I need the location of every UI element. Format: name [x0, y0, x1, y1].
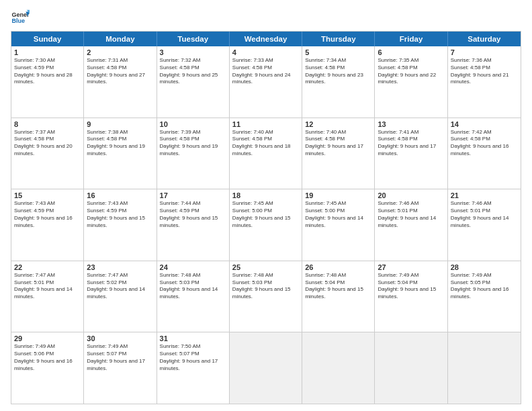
weekday-header: Tuesday [157, 32, 230, 46]
calendar-cell [448, 332, 521, 404]
cell-info: Sunrise: 7:48 AM Sunset: 5:03 PM Dayligh… [232, 272, 299, 301]
cell-info: Sunrise: 7:43 AM Sunset: 4:59 PM Dayligh… [87, 200, 153, 229]
cell-info: Sunrise: 7:33 AM Sunset: 4:58 PM Dayligh… [232, 57, 299, 86]
calendar-cell: 20Sunrise: 7:46 AM Sunset: 5:01 PM Dayli… [375, 189, 447, 261]
calendar-row: 29Sunrise: 7:49 AM Sunset: 5:06 PM Dayli… [11, 332, 521, 404]
calendar-cell: 14Sunrise: 7:42 AM Sunset: 4:58 PM Dayli… [448, 118, 521, 189]
day-number: 14 [451, 120, 518, 128]
calendar-cell: 13Sunrise: 7:41 AM Sunset: 4:58 PM Dayli… [375, 118, 447, 189]
calendar-cell: 5Sunrise: 7:34 AM Sunset: 4:58 PM Daylig… [302, 46, 375, 118]
day-number: 21 [451, 191, 518, 199]
day-number: 24 [160, 263, 226, 271]
calendar-cell: 6Sunrise: 7:35 AM Sunset: 4:58 PM Daylig… [375, 46, 447, 118]
calendar-cell: 31Sunrise: 7:50 AM Sunset: 5:07 PM Dayli… [157, 332, 230, 404]
calendar-cell: 10Sunrise: 7:39 AM Sunset: 4:58 PM Dayli… [157, 118, 230, 189]
calendar-cell: 29Sunrise: 7:49 AM Sunset: 5:06 PM Dayli… [11, 332, 84, 404]
day-number: 1 [14, 48, 81, 56]
cell-info: Sunrise: 7:49 AM Sunset: 5:07 PM Dayligh… [87, 343, 153, 372]
calendar-cell: 4Sunrise: 7:33 AM Sunset: 4:58 PM Daylig… [230, 46, 302, 118]
day-number: 18 [232, 191, 299, 199]
cell-info: Sunrise: 7:49 AM Sunset: 5:05 PM Dayligh… [451, 272, 518, 301]
cell-info: Sunrise: 7:36 AM Sunset: 4:58 PM Dayligh… [451, 57, 518, 86]
cell-info: Sunrise: 7:31 AM Sunset: 4:58 PM Dayligh… [87, 57, 153, 86]
day-number: 11 [232, 120, 299, 128]
weekday-header: Sunday [11, 32, 84, 46]
cell-info: Sunrise: 7:45 AM Sunset: 5:00 PM Dayligh… [305, 200, 371, 229]
day-number: 25 [232, 263, 299, 271]
day-number: 4 [232, 48, 299, 56]
calendar-row: 8Sunrise: 7:37 AM Sunset: 4:58 PM Daylig… [11, 118, 521, 189]
weekday-header: Wednesday [230, 32, 302, 46]
day-number: 8 [14, 120, 81, 128]
calendar-cell: 1Sunrise: 7:30 AM Sunset: 4:59 PM Daylig… [11, 46, 84, 118]
day-number: 20 [378, 191, 444, 199]
calendar-cell: 25Sunrise: 7:48 AM Sunset: 5:03 PM Dayli… [230, 261, 302, 332]
logo-icon: General Blue [11, 8, 30, 27]
calendar-cell: 21Sunrise: 7:46 AM Sunset: 5:01 PM Dayli… [448, 189, 521, 261]
cell-info: Sunrise: 7:47 AM Sunset: 5:02 PM Dayligh… [87, 272, 153, 301]
day-number: 15 [14, 191, 81, 199]
cell-info: Sunrise: 7:41 AM Sunset: 4:58 PM Dayligh… [378, 129, 444, 158]
calendar-cell: 15Sunrise: 7:43 AM Sunset: 4:59 PM Dayli… [11, 189, 84, 261]
calendar: SundayMondayTuesdayWednesdayThursdayFrid… [11, 31, 521, 404]
calendar-cell [302, 332, 375, 404]
page-header: General Blue [11, 8, 521, 27]
cell-info: Sunrise: 7:32 AM Sunset: 4:58 PM Dayligh… [160, 57, 226, 86]
calendar-cell: 9Sunrise: 7:38 AM Sunset: 4:58 PM Daylig… [84, 118, 157, 189]
cell-info: Sunrise: 7:42 AM Sunset: 4:58 PM Dayligh… [451, 129, 518, 158]
day-number: 27 [378, 263, 444, 271]
calendar-cell: 7Sunrise: 7:36 AM Sunset: 4:58 PM Daylig… [448, 46, 521, 118]
day-number: 7 [451, 48, 518, 56]
cell-info: Sunrise: 7:48 AM Sunset: 5:03 PM Dayligh… [160, 272, 226, 301]
cell-info: Sunrise: 7:46 AM Sunset: 5:01 PM Dayligh… [378, 200, 444, 229]
cell-info: Sunrise: 7:43 AM Sunset: 4:59 PM Dayligh… [14, 200, 81, 229]
calendar-cell: 18Sunrise: 7:45 AM Sunset: 5:00 PM Dayli… [230, 189, 302, 261]
cell-info: Sunrise: 7:37 AM Sunset: 4:58 PM Dayligh… [14, 129, 81, 158]
day-number: 23 [87, 263, 153, 271]
day-number: 3 [160, 48, 226, 56]
weekday-header: Friday [375, 32, 447, 46]
calendar-body: 1Sunrise: 7:30 AM Sunset: 4:59 PM Daylig… [11, 46, 521, 404]
cell-info: Sunrise: 7:49 AM Sunset: 5:06 PM Dayligh… [14, 343, 81, 372]
cell-info: Sunrise: 7:35 AM Sunset: 4:58 PM Dayligh… [378, 57, 444, 86]
cell-info: Sunrise: 7:39 AM Sunset: 4:58 PM Dayligh… [160, 129, 226, 158]
svg-text:Blue: Blue [11, 17, 25, 24]
cell-info: Sunrise: 7:30 AM Sunset: 4:59 PM Dayligh… [14, 57, 81, 86]
calendar-row: 22Sunrise: 7:47 AM Sunset: 5:01 PM Dayli… [11, 261, 521, 332]
cell-info: Sunrise: 7:49 AM Sunset: 5:04 PM Dayligh… [378, 272, 444, 301]
day-number: 13 [378, 120, 444, 128]
cell-info: Sunrise: 7:45 AM Sunset: 5:00 PM Dayligh… [232, 200, 299, 229]
day-number: 29 [14, 334, 81, 342]
day-number: 2 [87, 48, 153, 56]
calendar-cell: 17Sunrise: 7:44 AM Sunset: 4:59 PM Dayli… [157, 189, 230, 261]
day-number: 9 [87, 120, 153, 128]
cell-info: Sunrise: 7:46 AM Sunset: 5:01 PM Dayligh… [451, 200, 518, 229]
day-number: 19 [305, 191, 371, 199]
calendar-cell: 22Sunrise: 7:47 AM Sunset: 5:01 PM Dayli… [11, 261, 84, 332]
weekday-header: Monday [84, 32, 157, 46]
calendar-cell: 3Sunrise: 7:32 AM Sunset: 4:58 PM Daylig… [157, 46, 230, 118]
calendar-row: 1Sunrise: 7:30 AM Sunset: 4:59 PM Daylig… [11, 46, 521, 118]
calendar-cell: 24Sunrise: 7:48 AM Sunset: 5:03 PM Dayli… [157, 261, 230, 332]
calendar-cell: 30Sunrise: 7:49 AM Sunset: 5:07 PM Dayli… [84, 332, 157, 404]
cell-info: Sunrise: 7:50 AM Sunset: 5:07 PM Dayligh… [160, 343, 226, 372]
day-number: 26 [305, 263, 371, 271]
calendar-cell: 11Sunrise: 7:40 AM Sunset: 4:58 PM Dayli… [230, 118, 302, 189]
day-number: 10 [160, 120, 226, 128]
cell-info: Sunrise: 7:44 AM Sunset: 4:59 PM Dayligh… [160, 200, 226, 229]
calendar-cell: 27Sunrise: 7:49 AM Sunset: 5:04 PM Dayli… [375, 261, 447, 332]
calendar-cell: 8Sunrise: 7:37 AM Sunset: 4:58 PM Daylig… [11, 118, 84, 189]
cell-info: Sunrise: 7:38 AM Sunset: 4:58 PM Dayligh… [87, 129, 153, 158]
day-number: 5 [305, 48, 371, 56]
calendar-cell: 28Sunrise: 7:49 AM Sunset: 5:05 PM Dayli… [448, 261, 521, 332]
calendar-cell [230, 332, 302, 404]
cell-info: Sunrise: 7:40 AM Sunset: 4:58 PM Dayligh… [232, 129, 299, 158]
day-number: 16 [87, 191, 153, 199]
cell-info: Sunrise: 7:34 AM Sunset: 4:58 PM Dayligh… [305, 57, 371, 86]
weekday-header: Saturday [448, 32, 521, 46]
calendar-row: 15Sunrise: 7:43 AM Sunset: 4:59 PM Dayli… [11, 189, 521, 261]
cell-info: Sunrise: 7:47 AM Sunset: 5:01 PM Dayligh… [14, 272, 81, 301]
day-number: 30 [87, 334, 153, 342]
day-number: 31 [160, 334, 226, 342]
weekday-header: Thursday [302, 32, 375, 46]
